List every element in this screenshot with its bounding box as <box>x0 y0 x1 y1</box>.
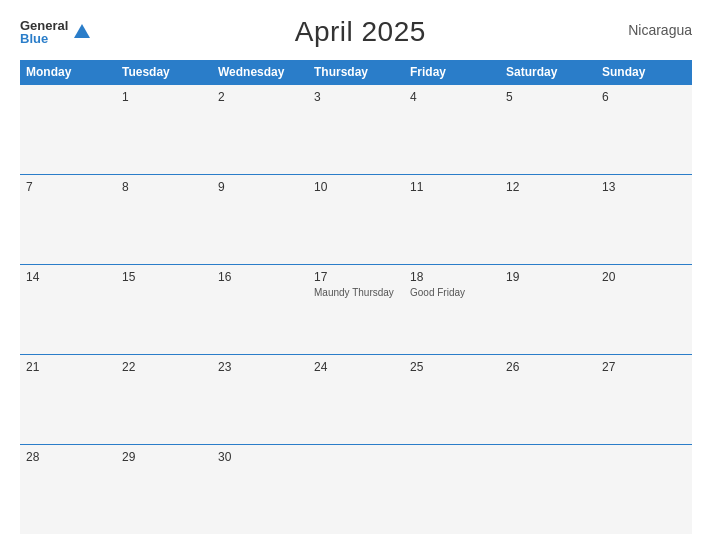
calendar-cell: 25 <box>404 354 500 444</box>
country-label: Nicaragua <box>628 16 692 38</box>
weekday-monday: Monday <box>20 60 116 85</box>
weekday-header-row: Monday Tuesday Wednesday Thursday Friday… <box>20 60 692 85</box>
calendar-cell: 6 <box>596 85 692 175</box>
calendar-cell: 23 <box>212 354 308 444</box>
day-number: 4 <box>410 90 494 104</box>
day-number: 27 <box>602 360 686 374</box>
calendar-cell <box>596 444 692 534</box>
calendar-cell: 8 <box>116 174 212 264</box>
day-number: 26 <box>506 360 590 374</box>
calendar-cell: 10 <box>308 174 404 264</box>
calendar-cell: 14 <box>20 264 116 354</box>
holiday-label: Good Friday <box>410 286 494 299</box>
calendar-cell: 15 <box>116 264 212 354</box>
day-number: 8 <box>122 180 206 194</box>
day-number: 15 <box>122 270 206 284</box>
weekday-wednesday: Wednesday <box>212 60 308 85</box>
day-number: 1 <box>122 90 206 104</box>
day-number: 20 <box>602 270 686 284</box>
weekday-friday: Friday <box>404 60 500 85</box>
day-number: 5 <box>506 90 590 104</box>
day-number: 18 <box>410 270 494 284</box>
day-number: 3 <box>314 90 398 104</box>
calendar-title: April 2025 <box>295 16 426 48</box>
weekday-tuesday: Tuesday <box>116 60 212 85</box>
weekday-thursday: Thursday <box>308 60 404 85</box>
calendar-cell: 24 <box>308 354 404 444</box>
day-number: 21 <box>26 360 110 374</box>
calendar-cell: 9 <box>212 174 308 264</box>
calendar-cell: 19 <box>500 264 596 354</box>
calendar-week-5: 282930 <box>20 444 692 534</box>
day-number: 29 <box>122 450 206 464</box>
calendar-cell: 18Good Friday <box>404 264 500 354</box>
calendar-cell: 16 <box>212 264 308 354</box>
calendar-cell <box>20 85 116 175</box>
calendar-cell: 30 <box>212 444 308 534</box>
logo: General Blue <box>20 19 92 45</box>
holiday-label: Maundy Thursday <box>314 286 398 299</box>
day-number: 11 <box>410 180 494 194</box>
day-number: 28 <box>26 450 110 464</box>
calendar-week-3: 14151617Maundy Thursday18Good Friday1920 <box>20 264 692 354</box>
calendar-cell: 7 <box>20 174 116 264</box>
day-number: 6 <box>602 90 686 104</box>
calendar-cell: 1 <box>116 85 212 175</box>
calendar-table: Monday Tuesday Wednesday Thursday Friday… <box>20 60 692 534</box>
day-number: 30 <box>218 450 302 464</box>
calendar-cell <box>308 444 404 534</box>
calendar-cell <box>404 444 500 534</box>
day-number: 22 <box>122 360 206 374</box>
calendar-week-2: 78910111213 <box>20 174 692 264</box>
logo-icon <box>72 22 92 42</box>
calendar-cell: 28 <box>20 444 116 534</box>
calendar-cell: 20 <box>596 264 692 354</box>
calendar-cell: 13 <box>596 174 692 264</box>
calendar-cell: 27 <box>596 354 692 444</box>
day-number: 12 <box>506 180 590 194</box>
day-number: 23 <box>218 360 302 374</box>
day-number: 19 <box>506 270 590 284</box>
logo-blue-text: Blue <box>20 32 68 45</box>
day-number: 16 <box>218 270 302 284</box>
calendar-cell: 11 <box>404 174 500 264</box>
day-number: 13 <box>602 180 686 194</box>
calendar-cell: 4 <box>404 85 500 175</box>
calendar-cell: 21 <box>20 354 116 444</box>
calendar-cell: 29 <box>116 444 212 534</box>
weekday-saturday: Saturday <box>500 60 596 85</box>
day-number: 7 <box>26 180 110 194</box>
calendar-cell: 12 <box>500 174 596 264</box>
calendar-week-1: 123456 <box>20 85 692 175</box>
calendar-cell: 5 <box>500 85 596 175</box>
page-header: General Blue April 2025 Nicaragua <box>20 16 692 48</box>
day-number: 17 <box>314 270 398 284</box>
calendar-cell <box>500 444 596 534</box>
calendar-cell: 17Maundy Thursday <box>308 264 404 354</box>
calendar-cell: 2 <box>212 85 308 175</box>
day-number: 9 <box>218 180 302 194</box>
calendar-cell: 22 <box>116 354 212 444</box>
day-number: 2 <box>218 90 302 104</box>
calendar-week-4: 21222324252627 <box>20 354 692 444</box>
day-number: 25 <box>410 360 494 374</box>
weekday-sunday: Sunday <box>596 60 692 85</box>
calendar-cell: 3 <box>308 85 404 175</box>
day-number: 24 <box>314 360 398 374</box>
svg-marker-0 <box>74 24 90 38</box>
day-number: 14 <box>26 270 110 284</box>
calendar-cell: 26 <box>500 354 596 444</box>
day-number: 10 <box>314 180 398 194</box>
